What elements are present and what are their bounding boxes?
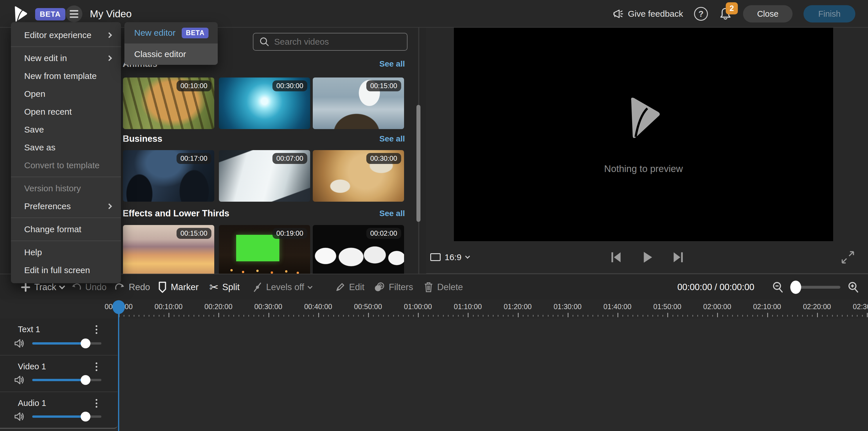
skip-to-end-button[interactable] <box>672 251 685 264</box>
edit-button[interactable]: Edit <box>335 274 364 300</box>
timeline-ruler[interactable]: 00:00:0000:10:0000:20:0000:30:0000:40:00… <box>0 300 868 318</box>
fullscreen-expand-icon[interactable] <box>841 250 855 264</box>
speaker-icon <box>14 375 26 385</box>
video-thumbnail-tiger[interactable]: 00:10:00 <box>123 78 214 129</box>
notification-count-badge: 2 <box>726 2 738 14</box>
undo-icon <box>71 282 82 293</box>
menu-item-change-format[interactable]: Change format <box>11 220 121 238</box>
section-title-effects: Effects and Lower Thirds <box>123 208 229 219</box>
main-menu-button[interactable] <box>66 5 82 22</box>
notifications-button[interactable]: 2 <box>719 6 732 21</box>
chevron-down-icon <box>308 284 312 289</box>
video-thumbnail-fish-school[interactable]: 00:30:00 <box>219 78 310 129</box>
submenu-item-classic-editor[interactable]: Classic editor <box>124 43 218 65</box>
ruler-label: 00:30:00 <box>254 303 282 311</box>
aspect-ratio-selector[interactable]: 16:9 <box>430 241 470 273</box>
track-row-audio1: Audio 1 <box>0 392 118 428</box>
timeline-content[interactable]: Drag and drop media from the library abo… <box>0 318 868 431</box>
volume-slider[interactable] <box>32 379 101 381</box>
preview-controls-bar: 16:9 <box>426 241 868 274</box>
give-feedback-label: Give feedback <box>628 9 683 19</box>
video-thumbnail-film-burn[interactable]: 00:15:00 <box>123 225 214 274</box>
delete-button[interactable]: Delete <box>424 274 463 300</box>
volume-slider-thumb[interactable] <box>81 339 90 348</box>
duration-badge: 00:19:00 <box>273 228 307 239</box>
track-row-text1: Text 1 <box>0 318 118 355</box>
ruler-label: 01:00:00 <box>404 303 432 311</box>
track-options-kebab-icon[interactable] <box>92 399 101 412</box>
ruler-label: 01:30:00 <box>554 303 582 311</box>
duration-badge: 00:30:00 <box>366 153 401 164</box>
section-title-business: Business <box>123 134 162 144</box>
video-thumbnail-meeting[interactable]: 00:17:00 <box>123 150 214 202</box>
timeline-zoom-slider[interactable] <box>791 286 840 289</box>
filters-icon <box>374 281 385 293</box>
video-thumbnail-handshake[interactable]: 00:07:00 <box>219 150 310 202</box>
trash-icon <box>424 282 433 293</box>
preview-area: Nothing to preview 16:9 <box>426 28 868 274</box>
track-options-kebab-icon[interactable] <box>92 363 101 376</box>
finish-button[interactable]: Finish <box>804 5 855 23</box>
volume-slider-thumb[interactable] <box>81 412 90 422</box>
skip-to-start-button[interactable] <box>609 251 623 264</box>
volume-slider[interactable] <box>32 342 101 345</box>
submenu-item-new-editor[interactable]: New editor BETA <box>124 22 218 43</box>
video-thumbnail-green-screen[interactable]: 00:19:00 <box>219 225 310 274</box>
nothing-to-preview-text: Nothing to preview <box>604 163 683 174</box>
duration-badge: 00:02:00 <box>366 228 401 239</box>
menu-divider <box>11 241 121 241</box>
close-button[interactable]: Close <box>743 5 793 23</box>
see-all-business-link[interactable]: See all <box>379 134 405 144</box>
see-all-effects-link[interactable]: See all <box>379 209 405 218</box>
screenpal-logo-icon <box>13 6 28 22</box>
ruler-label: 01:50:00 <box>653 303 681 311</box>
duration-badge: 00:15:00 <box>366 81 401 91</box>
levels-button[interactable]: Levels off <box>253 274 312 300</box>
video-thumbnail-ink-reveal[interactable]: 00:02:00 <box>313 225 404 274</box>
aspect-ratio-value: 16:9 <box>445 252 461 262</box>
menu-item-version-history: Version history <box>11 180 121 197</box>
split-button[interactable]: ✂ Split <box>209 274 240 300</box>
zoom-in-icon[interactable] <box>847 281 859 293</box>
editor-experience-submenu: New editor BETA Classic editor <box>124 22 218 65</box>
plus-icon <box>21 282 31 292</box>
speaker-icon <box>14 338 26 348</box>
menu-item-new-from-template[interactable]: New from template <box>11 67 121 85</box>
menu-item-help[interactable]: Help <box>11 243 121 261</box>
menu-item-open[interactable]: Open <box>11 85 121 103</box>
see-all-animals-link[interactable]: See all <box>379 59 405 68</box>
play-button[interactable] <box>641 251 654 264</box>
menu-item-save-as[interactable]: Save as <box>11 138 121 156</box>
library-scrollbar-thumb[interactable] <box>416 105 421 222</box>
volume-slider-thumb[interactable] <box>81 375 90 385</box>
zoom-slider-thumb[interactable] <box>790 281 801 294</box>
menu-item-convert-to-template: Convert to template <box>11 156 121 174</box>
track-header-panel: Text 1 Video 1 Audio 1 <box>0 318 118 429</box>
menu-item-open-recent[interactable]: Open recent <box>11 103 121 121</box>
duration-badge: 00:17:00 <box>177 153 211 164</box>
ruler-label: 01:10:00 <box>454 303 482 311</box>
volume-slider[interactable] <box>32 415 101 418</box>
ruler-label: 02:20:00 <box>803 303 831 311</box>
give-feedback-button[interactable]: Give feedback <box>612 8 683 20</box>
menu-item-save[interactable]: Save <box>11 121 121 138</box>
menu-item-edit-in-full-screen[interactable]: Edit in full screen <box>11 261 121 279</box>
filters-button[interactable]: Filters <box>374 274 413 300</box>
zoom-out-icon[interactable] <box>772 281 784 293</box>
help-icon[interactable]: ? <box>694 7 708 21</box>
ruler-label: 02:00:00 <box>703 303 731 311</box>
track-name: Audio 1 <box>18 398 46 408</box>
video-thumbnail-bald-eagle[interactable]: 00:15:00 <box>313 78 404 129</box>
menu-item-new-edit-in[interactable]: New edit in <box>11 49 121 67</box>
track-row-video1: Video 1 <box>0 355 118 392</box>
beta-badge: BETA <box>35 8 65 21</box>
menu-item-editor-experience[interactable]: Editor experience <box>11 26 121 44</box>
marker-button[interactable]: Marker <box>158 274 198 300</box>
track-options-kebab-icon[interactable] <box>92 325 101 339</box>
ruler-label: 00:20:00 <box>205 303 232 311</box>
redo-icon <box>115 282 125 293</box>
menu-item-preferences[interactable]: Preferences <box>11 197 121 215</box>
search-videos-input[interactable] <box>270 37 407 47</box>
video-thumbnail-desk-work[interactable]: 00:30:00 <box>313 150 404 202</box>
aspect-rect-icon <box>430 253 441 261</box>
